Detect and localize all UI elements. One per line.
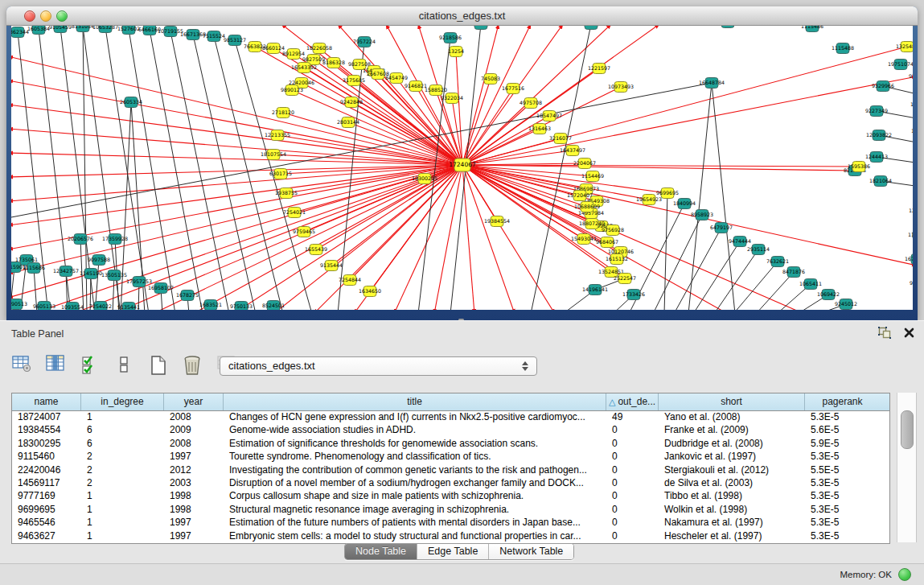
table-row[interactable]: 977716911998Corpus callosum shape and si…	[12, 489, 889, 502]
tab-edge-table[interactable]: Edge Table	[417, 544, 489, 559]
graph-node[interactable]: 7254022	[89, 302, 112, 311]
graph-node[interactable]: 1390513	[11, 299, 27, 310]
table-row[interactable]: 946362711997Embryonic stem cells: a mode…	[12, 529, 889, 542]
column-header-year[interactable]: year	[164, 393, 224, 410]
graph-node[interactable]: 1678275	[176, 290, 199, 301]
graph-node[interactable]: 9097588	[88, 255, 110, 266]
graph-node[interactable]: 9329966	[872, 81, 894, 92]
graph-node[interactable]: 1564201	[717, 26, 739, 28]
column-header-title[interactable]: title	[224, 393, 606, 410]
graph-node[interactable]: 18107554	[261, 150, 286, 160]
column-header-short[interactable]: short	[659, 393, 805, 410]
set-values-icon[interactable]	[80, 353, 101, 374]
graph-node[interactable]: 3216077	[549, 134, 572, 144]
graph-node[interactable]: 19751074	[888, 60, 913, 70]
graph-node[interactable]: 8131054	[72, 26, 94, 32]
graph-node[interactable]: 19384554	[484, 216, 510, 227]
column-header-out_de[interactable]: out_de...	[606, 393, 659, 410]
tab-node-table[interactable]: Node Table	[345, 544, 417, 559]
table-row[interactable]: 1456911722003Disruption of a novel membe…	[12, 476, 889, 489]
graph-node[interactable]: 9750133	[230, 302, 253, 311]
graph-node[interactable]: 19654923	[636, 195, 662, 205]
network-window-titlebar[interactable]: citations_edges.txt	[6, 6, 918, 26]
graph-node[interactable]: 9474444	[729, 237, 751, 247]
graph-node[interactable]: 9135444	[320, 261, 343, 271]
graph-node[interactable]: 9146821	[405, 81, 427, 92]
graph-node[interactable]: 2718120	[272, 108, 294, 118]
graph-node[interactable]: 13254	[448, 47, 464, 57]
column-header-in_degree[interactable]: in_degree	[81, 393, 164, 410]
graph-node[interactable]: 1821064	[869, 176, 892, 187]
graph-node[interactable]: 6301715	[269, 169, 292, 179]
table-row[interactable]: 1938455462009Genome-wide association stu…	[12, 423, 889, 436]
graph-node[interactable]: 12342757	[53, 266, 79, 277]
table-row[interactable]: 969969511998Structural magnetic resonanc…	[12, 503, 889, 516]
column-header-pagerank[interactable]: pagerank	[805, 393, 880, 410]
graph-node[interactable]: 8958923	[691, 210, 713, 220]
select-column-icon[interactable]	[45, 353, 66, 374]
graph-node[interactable]: 13505135	[101, 270, 127, 281]
graph-node[interactable]: 1154469	[581, 171, 604, 182]
graph-node[interactable]: 1645334	[910, 100, 913, 110]
graph-node[interactable]: 1615132	[606, 254, 628, 265]
float-panel-icon[interactable]	[878, 327, 891, 342]
delete-table-icon[interactable]	[182, 353, 203, 374]
graph-node[interactable]: 8660124	[262, 43, 285, 54]
graph-node[interactable]: 12103554	[909, 206, 913, 216]
graph-node[interactable]: 1655439	[305, 245, 327, 255]
table-settings-icon[interactable]	[11, 353, 32, 374]
graph-node[interactable]: 1115686	[23, 263, 45, 274]
graph-node[interactable]: 8912954	[282, 49, 305, 60]
graph-node[interactable]: 2522547	[614, 274, 636, 284]
table-row[interactable]: 1830029562008Estimation of significance …	[12, 437, 889, 450]
table-row[interactable]: 1872400712008Changes of HCN gene express…	[12, 410, 889, 423]
graph-node[interactable]: 8471876	[782, 267, 805, 278]
column-header-name[interactable]: name	[12, 393, 81, 410]
network-canvas[interactable]: 9862344160538491054598131054106532871527…	[11, 26, 913, 310]
graph-node[interactable]: 9227349	[865, 106, 888, 117]
graph-node[interactable]: 3175685	[343, 76, 365, 86]
graph-node[interactable]: 20206576	[68, 234, 93, 245]
table-row[interactable]: 2242004622012Investigating the contribut…	[12, 463, 889, 476]
graph-node[interactable]: 7254844	[339, 275, 361, 286]
graph-node[interactable]: 16543392	[291, 63, 317, 73]
graph-node[interactable]: 1164421	[908, 230, 913, 241]
row-height-icon[interactable]	[113, 353, 134, 374]
graph-node[interactable]: 1221597	[588, 64, 610, 74]
graph-node[interactable]: 4975708	[519, 98, 542, 109]
graph-node[interactable]: 1527602	[117, 26, 140, 35]
graph-node[interactable]: 16958107	[148, 283, 174, 294]
graph-node[interactable]: 1840994	[673, 199, 696, 209]
graph-node[interactable]: 1325487	[896, 42, 913, 52]
graph-node[interactable]: 9245012	[835, 299, 857, 310]
graph-node[interactable]: 9862344	[11, 27, 29, 38]
graph-node[interactable]: 1093554	[61, 303, 84, 311]
graph-node[interactable]: 10973493	[608, 82, 634, 93]
graph-node[interactable]: 1065411	[799, 279, 822, 290]
graph-node[interactable]: 9273448	[909, 72, 913, 82]
graph-node[interactable]: 1115488	[832, 43, 854, 54]
table-row[interactable]: 911546021997Tourette syndrome. Phenomeno…	[12, 450, 889, 463]
graph-node[interactable]: 16437497	[560, 146, 585, 156]
graph-node[interactable]: 2935114	[747, 245, 770, 255]
graph-node[interactable]: 1677516	[502, 84, 524, 94]
graph-node[interactable]: 2087682	[580, 26, 602, 30]
graph-node[interactable]: 1938755	[275, 188, 298, 199]
graph-node[interactable]: 1605384	[27, 26, 50, 35]
graph-node[interactable]: 1244413	[865, 152, 888, 163]
new-table-icon[interactable]	[148, 353, 169, 374]
graph-node[interactable]: 7632621	[766, 257, 789, 267]
graph-node[interactable]: 9218586	[439, 33, 462, 43]
close-panel-icon[interactable]	[904, 327, 914, 341]
table-selector-dropdown[interactable]: citations_edges.txt	[220, 356, 537, 376]
scrollbar-thumb[interactable]	[901, 410, 914, 449]
graph-node[interactable]: 12093822	[866, 130, 892, 141]
graph-node[interactable]: 6479197	[710, 223, 733, 233]
table-row[interactable]: 946554611997Estimation of the future num…	[12, 516, 889, 529]
graph-node[interactable]: 10653287	[92, 26, 118, 33]
graph-node[interactable]: 7515524	[203, 31, 225, 42]
graph-node[interactable]: 1145190	[80, 269, 102, 279]
graph-node[interactable]: 18226058	[306, 43, 332, 54]
graph-node[interactable]: 9853127	[224, 35, 246, 46]
graph-node[interactable]: 14196141	[582, 285, 608, 295]
